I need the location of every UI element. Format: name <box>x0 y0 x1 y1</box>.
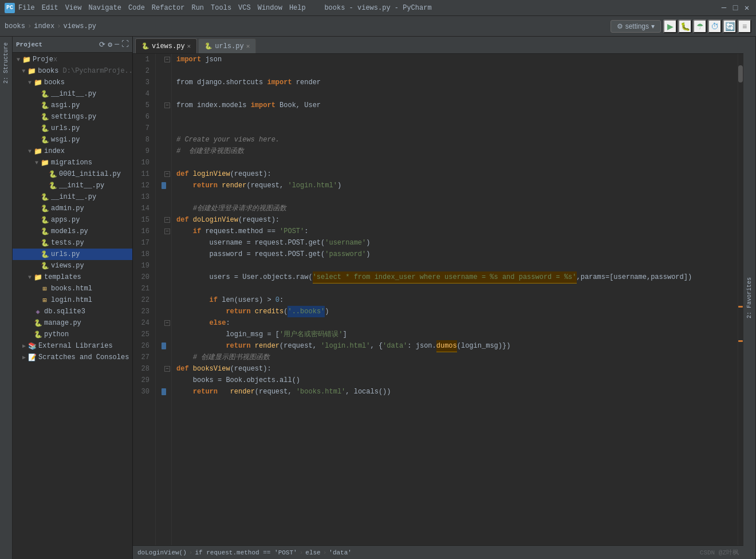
tree-item-tests[interactable]: 🐍 tests.py <box>13 237 132 249</box>
menu-refactor[interactable]: Refactor <box>152 4 185 12</box>
maximize-button[interactable]: □ <box>731 3 740 13</box>
tree-item-init3[interactable]: 🐍 __init__.py <box>13 191 132 203</box>
fold-5[interactable]: − <box>164 103 170 108</box>
tab-close-urls[interactable]: ✕ <box>246 42 250 50</box>
reload-button[interactable]: 🔄 <box>723 19 737 33</box>
tab-urls-py[interactable]: 🐍 urls.py ✕ <box>198 38 256 53</box>
menu-tools[interactable]: Tools <box>211 4 231 12</box>
code-line-9: # 创建登录视图函数 <box>176 145 733 157</box>
editor-area: 🐍 views.py ✕ 🐍 urls.py ✕ 1 2 3 4 5 6 7 8 <box>133 37 743 559</box>
line-numbers: 1 2 3 4 5 6 7 8 9 10 11 12 13 14 15 16 1… <box>133 54 156 545</box>
tree-item-login-html[interactable]: ⊞ login.html <box>13 294 132 306</box>
tree-item-books-html[interactable]: ⊞ books.html <box>13 283 132 294</box>
tree-item-manage[interactable]: 🐍 manage.py <box>13 317 132 329</box>
bookmark-12[interactable] <box>162 182 166 189</box>
menu-help[interactable]: Help <box>289 4 306 12</box>
tree-item-models[interactable]: 🐍 models.py <box>13 226 132 237</box>
folder-icon: 📁 <box>33 78 42 87</box>
tree-label: urls.py <box>51 124 80 132</box>
tree-item-asgi[interactable]: 🐍 asgi.py <box>13 100 132 111</box>
bookmark-30[interactable] <box>162 388 166 395</box>
menu-vcs[interactable]: VCS <box>238 4 251 12</box>
coverage-button[interactable]: ☂ <box>693 19 707 33</box>
bookmark-26[interactable] <box>162 343 166 349</box>
code-line-1: import json <box>176 54 733 65</box>
tree-label: 0001_initial.py <box>59 170 121 178</box>
tree-item-views[interactable]: 🐍 views.py <box>13 260 132 271</box>
favorites-tab[interactable]: 2: Favorites <box>743 37 756 559</box>
close-button[interactable]: ✕ <box>742 3 751 13</box>
code-area[interactable]: import json from django.shortcuts import… <box>172 54 738 545</box>
fold-1[interactable]: − <box>164 57 170 62</box>
minimize-button[interactable]: ─ <box>719 3 729 13</box>
panel-minimize-icon[interactable]: ─ <box>115 40 119 49</box>
vertical-tools: 2: Structure <box>0 37 13 559</box>
tree-item-books-pkg[interactable]: ▼ 📁 books <box>13 77 132 88</box>
tree-label: wsgi.py <box>51 136 80 144</box>
panel-expand-icon[interactable]: ⛶ <box>121 40 129 49</box>
menu-window[interactable]: Window <box>258 4 282 12</box>
menu-code[interactable]: Code <box>128 4 145 12</box>
db-icon: ◈ <box>33 308 42 316</box>
settings-button[interactable]: ⚙ settings ▾ <box>611 20 661 33</box>
code-line-12: return render(request, 'login.html') <box>176 180 733 191</box>
tree-item-external-libs[interactable]: ▶ 📚 External Libraries <box>13 340 132 352</box>
menu-navigate[interactable]: Navigate <box>88 4 121 12</box>
tree-item-admin[interactable]: 🐍 admin.py <box>13 203 132 214</box>
tree-item-migrations[interactable]: ▼ 📁 migrations <box>13 157 132 168</box>
warning-marker <box>738 340 743 342</box>
menu-edit[interactable]: Edit <box>42 4 58 12</box>
code-line-29: books = Book.objects.all() <box>176 375 733 386</box>
tree-item-templates[interactable]: ▼ 📁 templates <box>13 271 132 283</box>
tree-item-wsgi[interactable]: 🐍 wsgi.py <box>13 134 132 145</box>
tree-item-python[interactable]: 🐍 python <box>13 329 132 340</box>
fold-11[interactable]: − <box>164 171 170 177</box>
tree-item-apps[interactable]: 🐍 apps.py <box>13 214 132 226</box>
code-line-28: def booksView(request): <box>176 363 733 375</box>
code-line-30: return render(request, 'books.html', loc… <box>176 386 733 397</box>
tab-close-views[interactable]: ✕ <box>187 42 191 50</box>
tree-item-scratches[interactable]: ▶ 📝 Scratches and Consoles <box>13 352 132 363</box>
panel-settings-icon[interactable]: ⚙ <box>108 40 112 49</box>
menu-file[interactable]: File <box>18 4 35 12</box>
tree-item-init1[interactable]: 🐍 __init__.py <box>13 88 132 100</box>
code-line-20: users = User.objects.raw('select * from … <box>176 271 733 283</box>
tree-item-settings[interactable]: 🐍 settings.py <box>13 111 132 123</box>
py-icon: 🐍 <box>40 216 49 225</box>
py-icon: 🐍 <box>40 124 49 133</box>
tree-item-index[interactable]: ▼ 📁 index <box>13 145 132 157</box>
breadcrumb-index[interactable]: index <box>34 22 54 30</box>
structure-tab[interactable]: 2: Structure <box>2 39 10 87</box>
breadcrumb: books › index › views.py <box>5 22 608 30</box>
tab-views-py[interactable]: 🐍 views.py ✕ <box>135 38 197 53</box>
tree-item-root[interactable]: ▼ 📁 Projex <box>13 54 132 65</box>
profile-button[interactable]: ⏱ <box>708 19 722 33</box>
tree-item-urls-index[interactable]: 🐍 urls.py <box>13 249 132 260</box>
tree-item-urls-books[interactable]: 🐍 urls.py <box>13 123 132 134</box>
run-button[interactable]: ▶ <box>663 19 677 33</box>
panel-sync-icon[interactable]: ⟳ <box>99 40 105 49</box>
menu-view[interactable]: View <box>65 4 82 12</box>
right-scrollbar[interactable] <box>738 54 743 545</box>
fold-15[interactable]: − <box>164 217 170 223</box>
debug-button[interactable]: 🐛 <box>678 19 692 33</box>
tree-item-books-root[interactable]: ▼ 📁 books D:\PycharmProje... <box>13 65 132 77</box>
code-line-16: if request.method == 'POST': <box>176 226 733 237</box>
fold-24[interactable]: − <box>164 320 170 326</box>
code-line-5: from index.models import Book, User <box>176 100 733 111</box>
tree-item-0001[interactable]: 🐍 0001_initial.py <box>13 168 132 180</box>
bc-data: 'data' <box>329 549 352 556</box>
tree-item-init2[interactable]: 🐍 __init__.py <box>13 180 132 191</box>
folder-icon: 📁 <box>22 56 31 64</box>
py-icon: 🐍 <box>40 101 49 110</box>
fold-16[interactable]: − <box>164 229 170 234</box>
menu-run[interactable]: Run <box>191 4 204 12</box>
window-title: books - views.py - PyCharm <box>324 4 431 12</box>
breadcrumb-books[interactable]: books <box>5 22 25 30</box>
tab-label-views: views.py <box>152 42 185 50</box>
tree-item-db[interactable]: ◈ db.sqlite3 <box>13 306 132 317</box>
fold-28[interactable]: − <box>164 366 170 372</box>
tree-label: Projex <box>33 56 57 64</box>
toolbar-extra[interactable]: ≡ <box>738 19 751 33</box>
breadcrumb-file[interactable]: views.py <box>63 22 96 30</box>
